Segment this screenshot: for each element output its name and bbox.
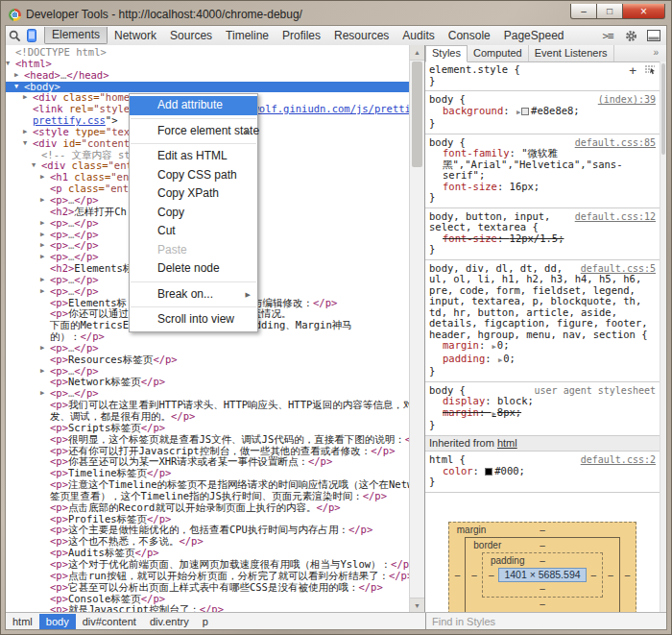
tree-row[interactable]: 发、调试，都是很有用的。</p> xyxy=(6,411,409,423)
menu-item-copy-css-path[interactable]: Copy CSS path xyxy=(130,166,257,185)
box-model-content-size[interactable]: 1401 × 5685.594 xyxy=(498,568,586,583)
inherited-node-link[interactable]: html xyxy=(497,437,517,449)
tree-row[interactable]: <p>点击底部的Record就可以开始录制页面上执行的内容。</p> xyxy=(6,502,409,514)
css-property[interactable]: margin: ▶8px; xyxy=(429,407,656,421)
tree-row[interactable]: <p>Profiles标签页</p> xyxy=(6,514,409,525)
menu-item-copy-xpath[interactable]: Copy XPath xyxy=(130,184,257,204)
expand-arrow-icon[interactable]: ▶ xyxy=(40,366,44,378)
new-style-rule-icon[interactable]: + xyxy=(629,66,636,76)
tab-console[interactable]: Console xyxy=(442,27,497,44)
tree-row[interactable]: ▶<head>…</head> xyxy=(6,70,409,82)
expand-arrow-icon[interactable]: ▶ xyxy=(40,240,44,252)
expand-arrow-icon[interactable]: ▶ xyxy=(40,195,44,207)
expand-value-arrow-icon[interactable]: ▶ xyxy=(492,343,496,351)
tree-row[interactable]: ▼<body> xyxy=(6,82,409,93)
css-property[interactable]: margin: ▶0; xyxy=(429,340,656,354)
styles-scrollbar-thumb[interactable] xyxy=(661,63,665,155)
tree-row[interactable]: <p>很明显，这个标签页就是查看JS文件、调试JS代码的，直接看下图的说明：</… xyxy=(6,434,409,446)
elements-scrollbar[interactable]: ▲ ▼ xyxy=(409,45,424,613)
stylesheet-link[interactable]: default.css:12 xyxy=(575,211,656,223)
maximize-button[interactable]: □ xyxy=(597,4,623,19)
collapse-arrow-icon[interactable]: ▼ xyxy=(32,160,36,172)
expand-arrow-icon[interactable]: ▶ xyxy=(23,92,27,104)
collapse-arrow-icon[interactable]: ▼ xyxy=(14,82,18,93)
tab-sources[interactable]: Sources xyxy=(163,27,219,44)
tree-row[interactable]: <p>这个也不熟悉，不多说。</p> xyxy=(6,536,409,548)
menu-item-break-on[interactable]: Break on...▶ xyxy=(130,285,257,305)
device-icon[interactable] xyxy=(23,27,40,44)
collapse-arrow-icon[interactable]: ▼ xyxy=(23,138,27,150)
crumb-p[interactable]: p xyxy=(196,614,215,629)
element-state-icon[interactable] xyxy=(644,64,656,78)
css-property[interactable]: color: #000; xyxy=(429,466,656,477)
tree-row[interactable]: ▶<p>…</p> xyxy=(6,388,409,400)
menu-item-add-attribute[interactable]: Add attribute xyxy=(130,96,257,115)
titlebar[interactable]: Developer Tools - http://localhost:4000/… xyxy=(5,4,667,25)
box-model-border[interactable]: border– – padding– – 1401 × 5685.594 – – xyxy=(465,537,619,614)
tree-row[interactable]: <p>Network标签页</p> xyxy=(6,377,409,388)
tree-row[interactable]: <!DOCTYPE html> xyxy=(6,47,409,59)
tab-network[interactable]: Network xyxy=(108,27,163,44)
crumb-html[interactable]: html xyxy=(6,614,39,629)
minimize-button[interactable]: – xyxy=(570,4,597,19)
box-model-margin[interactable]: margin– – border– – padding– – 1401 × 56… xyxy=(448,522,637,614)
css-property[interactable]: background: ▶#e8e8e8; xyxy=(429,106,656,119)
scroll-down-arrow-icon[interactable]: ▼ xyxy=(410,598,424,613)
tree-row[interactable]: <p>Timeline标签页</p> xyxy=(6,468,409,479)
collapse-arrow-icon[interactable]: ▼ xyxy=(6,59,10,70)
crumb-div-entry[interactable]: div.entry xyxy=(143,614,196,629)
crumb-div-content[interactable]: div#content xyxy=(76,614,143,629)
tab-timeline[interactable]: Timeline xyxy=(219,27,276,44)
menu-item-copy[interactable]: Copy xyxy=(130,204,257,223)
stylesheet-link[interactable]: (index):39 xyxy=(598,94,656,106)
css-property[interactable]: padding: ▶0; xyxy=(429,354,656,367)
tree-row[interactable]: <p>还有你可以打开Javascript控制台，做一些其他的查看或者修改：</p… xyxy=(6,446,409,457)
stylesheet-link[interactable]: default.css:2 xyxy=(581,454,656,466)
tab-resources[interactable]: Resources xyxy=(327,27,396,44)
expand-arrow-icon[interactable]: ▶ xyxy=(40,286,44,298)
tree-row[interactable]: <p>Audits标签页</p> xyxy=(6,548,409,559)
expand-value-arrow-icon[interactable]: ▶ xyxy=(492,410,496,418)
settings-gear-icon[interactable] xyxy=(622,27,639,44)
tree-row[interactable]: 签页里查看），这个Timeline指的JS执行时间、页面元素渲染时间：</p> xyxy=(6,491,409,502)
menu-item-edit-as-html[interactable]: Edit as HTML xyxy=(130,147,257,166)
expand-arrow-icon[interactable]: ▶ xyxy=(40,230,44,241)
search-icon[interactable] xyxy=(6,27,23,44)
crumb-body[interactable]: body xyxy=(39,614,76,629)
css-property[interactable]: font-size: 16px; xyxy=(429,182,656,193)
tab-elements[interactable]: Elements xyxy=(44,27,108,44)
tree-row[interactable]: ▼<html> xyxy=(6,59,409,70)
resource-link[interactable]: wolf.giniudn.com/js/prettify/ xyxy=(253,104,410,114)
expand-arrow-icon[interactable]: ▶ xyxy=(40,218,44,230)
stylesheet-link[interactable]: default.css:85 xyxy=(575,137,656,149)
css-property[interactable]: font-family: "微软雅黑","Arial","Helvetica",… xyxy=(429,148,656,182)
menu-item-scroll-into-view[interactable]: Scroll into view xyxy=(130,310,257,330)
tree-row[interactable]: <p>你甚至还可以为某一XHR请求或者某一事件设置断点：</p> xyxy=(6,456,409,468)
expand-arrow-icon[interactable]: ▶ xyxy=(40,388,44,400)
tab-styles[interactable]: Styles xyxy=(425,45,468,62)
styles-scrollbar[interactable] xyxy=(660,61,666,613)
tree-row[interactable]: <p>这个对于优化前端页面、加速网页加载速度很有用哦（相当与Yslow）：</p… xyxy=(6,559,409,571)
tree-row[interactable]: <p>这个主要是做性能优化的，包括查看CPU执行时间与内存占用：</p> xyxy=(6,525,409,536)
tab-event-listeners[interactable]: Event Listeners xyxy=(529,45,614,61)
close-button[interactable]: × xyxy=(623,4,665,19)
tree-row[interactable]: 的）：</p> xyxy=(6,331,409,343)
expand-value-arrow-icon[interactable]: ▶ xyxy=(516,109,520,116)
stylesheet-link[interactable]: user agent stylesheet xyxy=(535,385,656,397)
box-model-padding[interactable]: padding– – 1401 × 5685.594 – – xyxy=(482,552,603,598)
color-swatch[interactable] xyxy=(521,108,529,115)
tree-row[interactable]: <p>注意这个Timeline的标签页不是指网络请求的时间响应情况哦（这个在Ne… xyxy=(6,479,409,491)
expand-value-arrow-icon[interactable]: ▶ xyxy=(498,356,502,364)
css-property[interactable]: font-size: 12px/1.5; xyxy=(429,233,656,245)
tab-pagespeed[interactable]: PageSpeed xyxy=(497,27,571,44)
expand-arrow-icon[interactable]: ▶ xyxy=(23,127,27,138)
tabs-overflow-icon[interactable]: » xyxy=(653,45,659,61)
tree-row[interactable]: <p>Resources标签页</p> xyxy=(6,354,409,366)
expand-arrow-icon[interactable]: ▶ xyxy=(40,275,44,286)
tree-row[interactable]: <p>Scripts标签页</p> xyxy=(6,423,409,434)
dock-side-icon[interactable] xyxy=(645,27,662,44)
menu-item-force-element-state[interactable]: Force element state▶ xyxy=(130,122,257,141)
expand-arrow-icon[interactable]: ▶ xyxy=(40,343,44,354)
tab-computed[interactable]: Computed xyxy=(468,45,529,61)
tree-row[interactable]: ▶<p>…</p> xyxy=(6,366,409,378)
